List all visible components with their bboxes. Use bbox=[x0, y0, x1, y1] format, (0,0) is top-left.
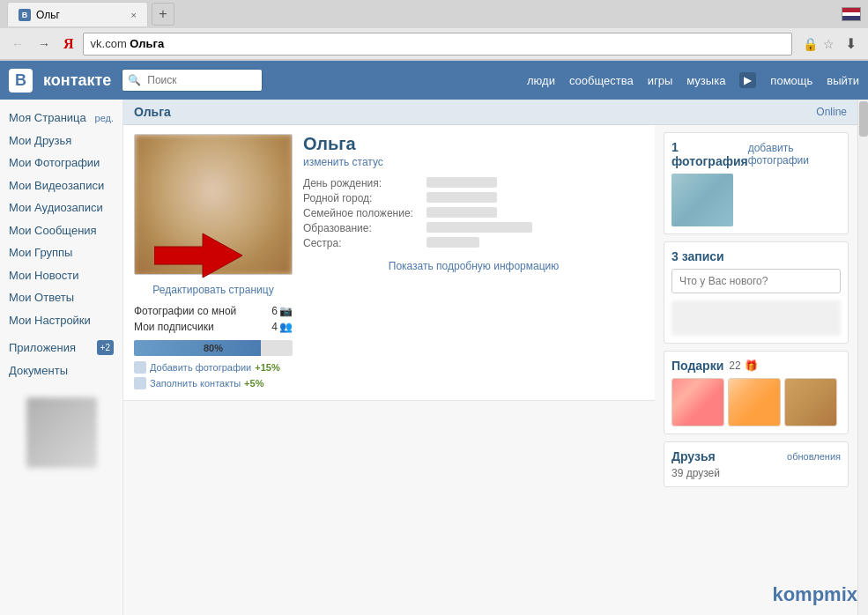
gifts-row bbox=[671, 378, 841, 426]
sister-label: Сестра: bbox=[303, 237, 427, 249]
posts-section: 3 записи bbox=[664, 241, 849, 344]
sidebar-edit-link[interactable]: ред. bbox=[95, 111, 114, 126]
nav-logout[interactable]: выйти bbox=[827, 74, 859, 87]
sidebar-item-docs[interactable]: Документы bbox=[0, 359, 122, 382]
action-items: Добавить фотографии +15% Заполнить конта… bbox=[134, 359, 293, 391]
sidebar-item-photos[interactable]: Мои Фотографии bbox=[0, 152, 122, 174]
photo-thumbnail[interactable] bbox=[671, 174, 733, 226]
photos-count: 6 bbox=[271, 305, 278, 317]
sidebar-item-audio[interactable]: Мои Аудиозаписи bbox=[0, 196, 122, 219]
new-tab-button[interactable]: + bbox=[152, 3, 174, 26]
vk-logo[interactable]: В bbox=[9, 69, 33, 93]
online-status: Online bbox=[816, 106, 847, 118]
sidebar-item-my-page[interactable]: Моя Страница ред. bbox=[0, 107, 122, 130]
page-header: Ольга Online bbox=[123, 100, 857, 125]
friends-section: Друзья обновления 39 друзей bbox=[664, 441, 849, 487]
posts-header: 3 записи bbox=[671, 249, 841, 263]
add-photo-action[interactable]: Добавить фотографии +15% bbox=[134, 359, 293, 375]
nav-music[interactable]: музыка bbox=[686, 74, 725, 87]
watermark: kompmix bbox=[772, 583, 857, 606]
birthday-label: День рождения: bbox=[303, 177, 427, 189]
gift-item-3[interactable] bbox=[784, 378, 837, 426]
sidebar-item-news[interactable]: Мои Новости bbox=[0, 264, 122, 287]
add-photo-icon bbox=[134, 361, 146, 374]
left-profile: Редактировать страницу Фотографии со мно… bbox=[123, 125, 655, 494]
nav-games[interactable]: игры bbox=[648, 74, 673, 87]
vk-page: В контакте 🔍 люди сообщества игры музыка… bbox=[0, 61, 868, 615]
tab-bar: В Ольг × + bbox=[0, 0, 868, 28]
photos-with-me-label: Фотографии со мной bbox=[134, 305, 236, 317]
sidebar-item-settings[interactable]: Мои Настройки bbox=[0, 309, 122, 332]
people-icon: 👥 bbox=[279, 321, 293, 333]
friends-update-link[interactable]: обновления bbox=[787, 451, 841, 462]
friends-count: 39 друзей bbox=[671, 467, 841, 479]
sidebar-item-answers[interactable]: Мои Ответы bbox=[0, 286, 122, 309]
nav-communities[interactable]: сообщества bbox=[569, 74, 634, 87]
address-bar[interactable]: vk.com Ольга bbox=[83, 33, 792, 56]
search-icon: 🔍 bbox=[128, 74, 141, 86]
sidebar-item-videos[interactable]: Мои Видеозаписи bbox=[0, 174, 122, 197]
vk-header: В контакте 🔍 люди сообщества игры музыка… bbox=[0, 61, 868, 100]
camera-icon: 📷 bbox=[279, 305, 293, 317]
gifts-section: Подарки 22 🎁 bbox=[664, 351, 849, 434]
tab-close-button[interactable]: × bbox=[131, 10, 137, 20]
scrollbar-thumb[interactable] bbox=[859, 101, 868, 137]
friends-title: Друзья bbox=[671, 449, 716, 463]
back-button[interactable]: ← bbox=[7, 33, 28, 55]
new-post-input[interactable] bbox=[671, 269, 841, 293]
top-right-icons bbox=[842, 7, 861, 21]
vk-content: Моя Страница ред. Мои Друзья Мои Фотогра… bbox=[0, 100, 868, 615]
city-label: Родной город: bbox=[303, 192, 427, 204]
vertical-scrollbar[interactable] bbox=[857, 100, 868, 615]
fill-contacts-action[interactable]: Заполнить контакты +5% bbox=[134, 375, 293, 391]
progress-fill bbox=[134, 340, 261, 356]
gift-item-1[interactable] bbox=[671, 378, 724, 426]
edu-label: Образование: bbox=[303, 222, 427, 234]
active-tab[interactable]: В Ольг × bbox=[7, 2, 148, 26]
subscribers-label: Мои подписчики bbox=[134, 321, 214, 333]
photos-header: 1 фотография добавить фотографии bbox=[671, 140, 841, 168]
vk-search-box[interactable]: 🔍 bbox=[122, 69, 263, 92]
lock-icon: 🔒 bbox=[803, 37, 818, 51]
tab-label: Ольг bbox=[36, 9, 60, 21]
city-row: Родной город: bbox=[303, 192, 644, 204]
gift-img-1 bbox=[672, 379, 723, 426]
change-status-link[interactable]: изменить статус bbox=[303, 156, 644, 168]
progress-label: 80% bbox=[204, 343, 223, 353]
url-domain: vk.com bbox=[91, 37, 127, 50]
search-input[interactable] bbox=[122, 69, 263, 92]
profile-info: Ольга изменить статус День рождения: Род… bbox=[303, 134, 644, 391]
gifts-header: Подарки 22 🎁 bbox=[671, 359, 841, 373]
birthday-row: День рождения: bbox=[303, 177, 644, 189]
tab-favicon: В bbox=[19, 9, 31, 21]
show-more-link[interactable]: Показать подробную информацию bbox=[303, 256, 644, 276]
apps-badge: +2 bbox=[97, 340, 114, 355]
profile-name: Ольга bbox=[303, 134, 644, 154]
nav-more-arrow[interactable]: ▶ bbox=[739, 72, 756, 88]
profile-photo bbox=[134, 134, 293, 275]
sidebar-item-messages[interactable]: Мои Сообщения bbox=[0, 219, 122, 242]
download-button[interactable]: ⬇ bbox=[840, 33, 861, 55]
right-column: 1 фотография добавить фотографии 3 запис… bbox=[655, 125, 857, 494]
edit-page-button[interactable]: Редактировать страницу bbox=[134, 280, 293, 300]
forward-button[interactable]: → bbox=[33, 33, 55, 55]
profile-face-blur bbox=[135, 135, 292, 274]
sidebar: Моя Страница ред. Мои Друзья Мои Фотогра… bbox=[0, 100, 123, 615]
edu-value bbox=[427, 222, 532, 233]
sidebar-item-friends[interactable]: Мои Друзья bbox=[0, 130, 122, 152]
birthday-value bbox=[427, 177, 497, 188]
gift-item-2[interactable] bbox=[728, 378, 781, 426]
photos-with-me-row: Фотографии со мной 6 📷 bbox=[134, 303, 293, 319]
nav-help[interactable]: помощь bbox=[770, 74, 812, 87]
add-photos-link[interactable]: добавить фотографии bbox=[748, 142, 841, 167]
address-icons: 🔒 ☆ bbox=[803, 37, 835, 51]
star-icon[interactable]: ☆ bbox=[823, 37, 835, 51]
gift-img-3 bbox=[785, 379, 836, 426]
sidebar-item-apps[interactable]: Приложения +2 bbox=[0, 337, 122, 359]
address-bar-row: ← → Я vk.com Ольга 🔒 ☆ ⬇ bbox=[0, 28, 868, 60]
nav-people[interactable]: люди bbox=[527, 74, 555, 87]
city-value bbox=[427, 192, 497, 203]
photos-section: 1 фотография добавить фотографии bbox=[664, 132, 849, 234]
sidebar-item-groups[interactable]: Мои Группы bbox=[0, 241, 122, 264]
gift-img-2 bbox=[729, 379, 780, 426]
